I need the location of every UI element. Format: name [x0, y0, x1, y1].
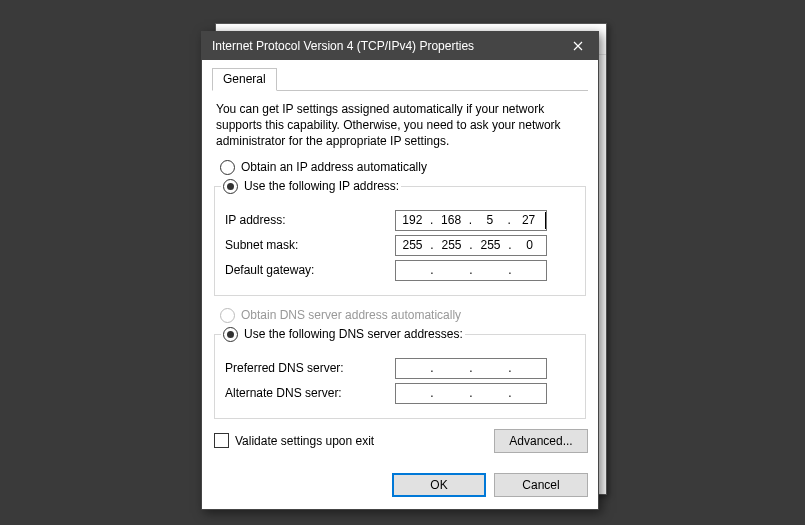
- radio-ip-auto[interactable]: Obtain an IP address automatically: [212, 158, 588, 177]
- label-subnet-mask: Subnet mask:: [225, 238, 395, 252]
- radio-label: Use the following IP address:: [244, 179, 399, 193]
- default-gateway-input[interactable]: . . .: [395, 260, 547, 281]
- radio-ip-manual[interactable]: Use the following IP address:: [223, 177, 399, 196]
- checkbox-label: Validate settings upon exit: [235, 434, 374, 448]
- advanced-button[interactable]: Advanced...: [494, 429, 588, 453]
- label-alternate-dns: Alternate DNS server:: [225, 386, 395, 400]
- ip-address-input[interactable]: 192. 168. 5. 27: [395, 210, 547, 231]
- cancel-button[interactable]: Cancel: [494, 473, 588, 497]
- titlebar[interactable]: Internet Protocol Version 4 (TCP/IPv4) P…: [202, 32, 598, 60]
- preferred-dns-input[interactable]: . . .: [395, 358, 547, 379]
- ok-button[interactable]: OK: [392, 473, 486, 497]
- window-title: Internet Protocol Version 4 (TCP/IPv4) P…: [212, 39, 558, 53]
- radio-icon: [220, 160, 235, 175]
- radio-label: Obtain an IP address automatically: [241, 160, 427, 174]
- intro-text: You can get IP settings assigned automat…: [212, 99, 588, 158]
- label-ip-address: IP address:: [225, 213, 395, 227]
- radio-icon: [223, 179, 238, 194]
- subnet-mask-input[interactable]: 255. 255. 255. 0: [395, 235, 547, 256]
- tab-strip: General: [212, 68, 588, 91]
- validate-on-exit-checkbox[interactable]: Validate settings upon exit: [212, 433, 374, 448]
- radio-label: Obtain DNS server address automatically: [241, 308, 461, 322]
- label-default-gateway: Default gateway:: [225, 263, 395, 277]
- label-preferred-dns: Preferred DNS server:: [225, 361, 395, 375]
- radio-dns-auto: Obtain DNS server address automatically: [212, 306, 588, 325]
- radio-dns-manual[interactable]: Use the following DNS server addresses:: [223, 325, 463, 344]
- checkbox-icon: [214, 433, 229, 448]
- radio-icon: [223, 327, 238, 342]
- radio-icon: [220, 308, 235, 323]
- ip-group: Use the following IP address: IP address…: [214, 177, 586, 296]
- dialog-footer: OK Cancel: [202, 463, 598, 509]
- close-icon[interactable]: [558, 32, 598, 60]
- dns-group: Use the following DNS server addresses: …: [214, 325, 586, 419]
- tab-general[interactable]: General: [212, 68, 277, 91]
- ipv4-properties-dialog: Internet Protocol Version 4 (TCP/IPv4) P…: [201, 31, 599, 510]
- alternate-dns-input[interactable]: . . .: [395, 383, 547, 404]
- radio-label: Use the following DNS server addresses:: [244, 327, 463, 341]
